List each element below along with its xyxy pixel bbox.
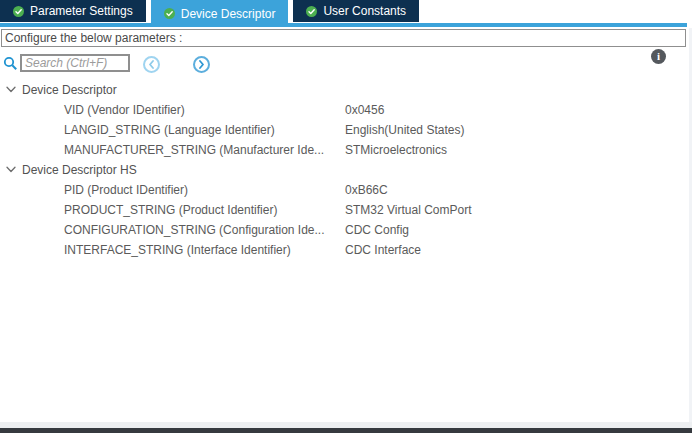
- search-icon: [3, 56, 18, 71]
- tree-section-header[interactable]: Device Descriptor HS: [0, 160, 686, 180]
- section-rows: VID (Vendor IDentifier) 0x0456 LANGID_ST…: [0, 100, 686, 160]
- tree-section: Device Descriptor VID (Vendor IDentifier…: [0, 80, 686, 160]
- tab-label: Parameter Settings: [30, 4, 133, 18]
- parameter-tree: Device Descriptor VID (Vendor IDentifier…: [0, 80, 686, 260]
- search-next-button[interactable]: [193, 56, 210, 73]
- tab[interactable]: Device Descriptor: [151, 0, 289, 27]
- tab-label: User Constants: [323, 4, 406, 18]
- section-label: Device Descriptor HS: [22, 160, 137, 180]
- parameter-name: VID (Vendor IDentifier): [64, 100, 185, 120]
- parameter-name: INTERFACE_STRING (Interface Identifier): [64, 240, 291, 260]
- parameter-row[interactable]: MANUFACTURER_STRING (Manufacturer Ide...…: [0, 140, 686, 160]
- configure-instruction: Configure the below parameters :: [1, 29, 686, 47]
- parameter-value[interactable]: English(United States): [345, 120, 464, 140]
- tab[interactable]: User Constants: [293, 0, 419, 22]
- tabs-container: Parameter Settings Device Descriptor Use…: [0, 0, 419, 27]
- search-prev-button[interactable]: [143, 56, 160, 73]
- tree-section: Device Descriptor HS PID (Product IDenti…: [0, 160, 686, 260]
- chevron-right-icon: [198, 60, 205, 69]
- parameter-value[interactable]: 0x0456: [345, 100, 384, 120]
- window-bottom-edge: [0, 428, 692, 433]
- parameter-row[interactable]: PID (Product IDentifier) 0xB66C: [0, 180, 686, 200]
- tab-bar: Parameter Settings Device Descriptor Use…: [0, 0, 689, 27]
- section-rows: PID (Product IDentifier) 0xB66C PRODUCT_…: [0, 180, 686, 260]
- parameter-value[interactable]: 0xB66C: [345, 180, 388, 200]
- check-circle-icon: [13, 6, 24, 17]
- parameter-name: PID (Product IDentifier): [64, 180, 188, 200]
- parameter-row[interactable]: INTERFACE_STRING (Interface Identifier) …: [0, 240, 686, 260]
- chevron-left-icon: [148, 60, 155, 69]
- parameter-value[interactable]: CDC Interface: [345, 240, 421, 260]
- parameter-name: LANGID_STRING (Language Identifier): [64, 120, 275, 140]
- parameter-name: PRODUCT_STRING (Product Identifier): [64, 200, 277, 220]
- chevron-down-icon[interactable]: [6, 166, 16, 173]
- tab[interactable]: Parameter Settings: [0, 0, 146, 22]
- parameter-name: CONFIGURATION_STRING (Configuration Ide.…: [64, 220, 325, 240]
- check-circle-icon: [164, 8, 175, 19]
- parameter-row[interactable]: VID (Vendor IDentifier) 0x0456: [0, 100, 686, 120]
- search-input[interactable]: [20, 54, 130, 72]
- parameter-row[interactable]: PRODUCT_STRING (Product Identifier) STM3…: [0, 200, 686, 220]
- tree-section-header[interactable]: Device Descriptor: [0, 80, 686, 100]
- chevron-down-icon[interactable]: [6, 86, 16, 93]
- parameter-name: MANUFACTURER_STRING (Manufacturer Ide...: [64, 140, 324, 160]
- parameter-value[interactable]: STMicroelectronics: [345, 140, 447, 160]
- parameter-value[interactable]: STM32 Virtual ComPort: [345, 200, 472, 220]
- info-icon[interactable]: i: [651, 49, 666, 64]
- tab-label: Device Descriptor: [181, 7, 276, 21]
- section-label: Device Descriptor: [22, 80, 117, 100]
- parameter-row[interactable]: CONFIGURATION_STRING (Configuration Ide.…: [0, 220, 686, 240]
- device-descriptor-panel: Parameter Settings Device Descriptor Use…: [0, 0, 692, 433]
- parameter-value[interactable]: CDC Config: [345, 220, 409, 240]
- parameter-row[interactable]: LANGID_STRING (Language Identifier) Engl…: [0, 120, 686, 140]
- check-circle-icon: [306, 6, 317, 17]
